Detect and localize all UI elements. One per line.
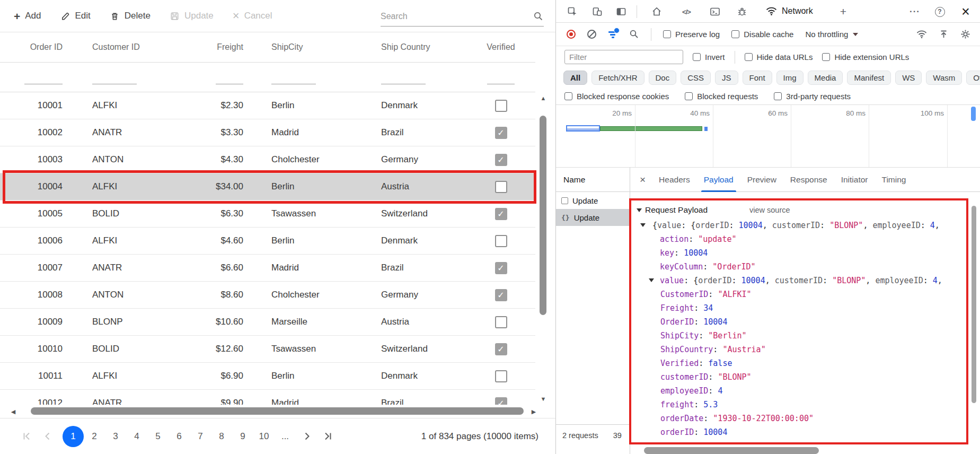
console-icon[interactable] bbox=[706, 3, 724, 21]
pager-page-9[interactable]: 9 bbox=[232, 426, 253, 447]
column-header-verified[interactable]: Verified bbox=[466, 42, 535, 52]
help-icon[interactable]: ? bbox=[931, 3, 949, 21]
expand-arrow-icon[interactable] bbox=[649, 278, 654, 282]
grid-row-10009[interactable]: 10009BLONP$10.60MarseilleAustria bbox=[0, 309, 535, 336]
column-header-ship-country[interactable]: Ship Country bbox=[360, 42, 466, 52]
clear-icon[interactable] bbox=[587, 30, 596, 39]
detail-tab-response[interactable]: Response bbox=[783, 168, 834, 191]
pager-page-4[interactable]: 4 bbox=[126, 426, 147, 447]
checkbox-box[interactable] bbox=[731, 30, 739, 38]
network-conditions-icon[interactable] bbox=[916, 30, 927, 39]
pager-page-2[interactable]: 2 bbox=[84, 426, 105, 447]
column-header-order-id[interactable]: Order ID bbox=[0, 42, 74, 52]
verified-checkbox[interactable] bbox=[495, 316, 507, 328]
scroll-down-icon[interactable]: ▼ bbox=[537, 393, 549, 405]
filter-input[interactable] bbox=[564, 50, 683, 64]
filter-input-verified[interactable] bbox=[487, 71, 515, 84]
add-tab-icon[interactable]: + bbox=[834, 3, 852, 21]
pager-page-1[interactable]: 1 bbox=[63, 426, 84, 447]
verified-checkbox[interactable] bbox=[495, 370, 507, 382]
grid-row-10005[interactable]: 10005BOLID$6.30TsawassenSwitzerland✓ bbox=[0, 200, 535, 228]
add-button[interactable]: + Add bbox=[14, 11, 41, 22]
delete-button[interactable]: Delete bbox=[110, 11, 151, 21]
vertical-scroll-thumb[interactable] bbox=[540, 116, 546, 315]
issues-bug-icon[interactable] bbox=[733, 3, 751, 21]
pager-last-button[interactable] bbox=[317, 426, 338, 447]
request-payload-section[interactable]: Request Payload view source bbox=[631, 204, 966, 219]
chip-wasm[interactable]: Wasm bbox=[926, 71, 962, 85]
close-details-icon[interactable]: × bbox=[633, 174, 652, 186]
detail-tab-headers[interactable]: Headers bbox=[652, 168, 697, 191]
filter-input-ship-country[interactable] bbox=[381, 71, 426, 84]
verified-checkbox[interactable]: ✓ bbox=[495, 397, 507, 405]
invert-checkbox[interactable]: Invert bbox=[693, 53, 725, 62]
grid-row-10003[interactable]: 10003ANTON$4.30CholchesterGermany✓ bbox=[0, 146, 535, 173]
chip-other[interactable]: Other bbox=[966, 71, 980, 85]
filter-input-customer-id[interactable] bbox=[92, 71, 137, 84]
chip-all[interactable]: All bbox=[563, 71, 587, 85]
verified-checkbox[interactable] bbox=[495, 100, 507, 112]
verified-checkbox[interactable] bbox=[495, 235, 507, 247]
pager-page-5[interactable]: 5 bbox=[147, 426, 169, 447]
checkbox-box[interactable] bbox=[745, 53, 753, 61]
grid-row-10010[interactable]: 10010BOLID$12.60TsawassenSwitzerland✓ bbox=[0, 336, 535, 363]
pager-page-10[interactable]: 10 bbox=[253, 426, 275, 447]
scroll-left-icon[interactable]: ◀ bbox=[7, 406, 19, 417]
chip-css[interactable]: CSS bbox=[681, 71, 711, 85]
grid-row-10007[interactable]: 10007ANATR$6.60MadridBrazil✓ bbox=[0, 255, 535, 282]
checkbox-box[interactable] bbox=[693, 53, 701, 61]
grid-row-10001[interactable]: 10001ALFKI$2.30BerlinDen­mark bbox=[0, 92, 535, 119]
grid-row-10004[interactable]: 10004ALFKI$34.00BerlinAustria bbox=[0, 173, 535, 200]
network-overview-timeline[interactable]: 20 ms40 ms60 ms80 ms100 ms bbox=[556, 105, 980, 168]
import-har-icon[interactable] bbox=[939, 29, 949, 39]
grid-row-10002[interactable]: 10002ANATR$3.30MadridBrazil✓ bbox=[0, 119, 535, 146]
chip-doc[interactable]: Doc bbox=[649, 71, 677, 85]
expand-arrow-icon[interactable] bbox=[637, 208, 642, 212]
cancel-button[interactable]: × Cancel bbox=[233, 10, 272, 22]
chip-manifest[interactable]: Manifest bbox=[847, 71, 891, 85]
filter-input-order-id[interactable] bbox=[24, 71, 63, 84]
home-icon[interactable] bbox=[648, 3, 666, 21]
expand-arrow-icon[interactable] bbox=[640, 223, 646, 227]
verified-checkbox[interactable]: ✓ bbox=[495, 262, 507, 274]
edit-button[interactable]: Edit bbox=[60, 11, 91, 21]
chip-fetch-xhr[interactable]: Fetch/XHR bbox=[591, 71, 644, 85]
checkbox-box[interactable] bbox=[663, 30, 671, 38]
verified-checkbox[interactable]: ✓ bbox=[495, 154, 507, 166]
scroll-up-icon[interactable]: ▲ bbox=[537, 92, 549, 104]
request-row-update-1[interactable]: {}Update bbox=[556, 209, 630, 226]
pager-page-3[interactable]: 3 bbox=[105, 426, 126, 447]
tab-network[interactable]: Network bbox=[758, 0, 820, 22]
filter-input-freight[interactable] bbox=[216, 71, 243, 84]
pager-first-button[interactable] bbox=[16, 426, 37, 447]
search-icon[interactable] bbox=[533, 11, 544, 22]
checkbox-box[interactable] bbox=[685, 92, 693, 100]
filter-funnel-icon[interactable] bbox=[608, 30, 617, 39]
column-header-shipcity[interactable]: ShipCity bbox=[249, 42, 360, 52]
detail-tab-preview[interactable]: Preview bbox=[740, 168, 783, 191]
chip-js[interactable]: JS bbox=[715, 71, 738, 85]
grid-row-10011[interactable]: 10011ALFKI$6.90BerlinDenmark bbox=[0, 363, 535, 390]
details-vertical-scroll-thumb[interactable] bbox=[972, 206, 976, 403]
chip-ws[interactable]: WS bbox=[895, 71, 922, 85]
checkbox-blocked-response-cookies[interactable]: Blocked response cookies bbox=[564, 92, 669, 101]
pager-ellipsis[interactable]: ... bbox=[275, 426, 296, 447]
scroll-right-icon[interactable]: ▶ bbox=[528, 406, 540, 417]
grid-row-10008[interactable]: 10008ANTON$8.60CholchesterGermany✓ bbox=[0, 282, 535, 309]
payload-line-0[interactable]: {value: {orderID: 10004, customerID: "BL… bbox=[631, 219, 966, 232]
request-row-update-0[interactable]: Update bbox=[556, 192, 630, 209]
hide-data-urls-checkbox[interactable]: Hide data URLs bbox=[745, 53, 813, 62]
search-input[interactable] bbox=[381, 12, 533, 21]
inspect-icon[interactable] bbox=[563, 3, 581, 21]
filter-input-shipcity[interactable] bbox=[271, 71, 316, 84]
record-icon[interactable] bbox=[567, 30, 576, 39]
view-source-link[interactable]: view source bbox=[749, 206, 790, 214]
verified-checkbox[interactable]: ✓ bbox=[495, 343, 507, 355]
disable-cache-checkbox[interactable]: Disable cache bbox=[731, 30, 793, 39]
verified-checkbox[interactable]: ✓ bbox=[495, 289, 507, 301]
preserve-log-checkbox[interactable]: Preserve log bbox=[663, 30, 720, 39]
hide-extension-urls-checkbox[interactable]: Hide extension URLs bbox=[822, 53, 909, 62]
grid-row-10012[interactable]: 10012ANATR$9.90MadridBrazil✓ bbox=[0, 390, 535, 405]
elements-icon[interactable]: </> bbox=[677, 3, 695, 21]
details-horizontal-scroll-thumb[interactable] bbox=[644, 447, 819, 454]
